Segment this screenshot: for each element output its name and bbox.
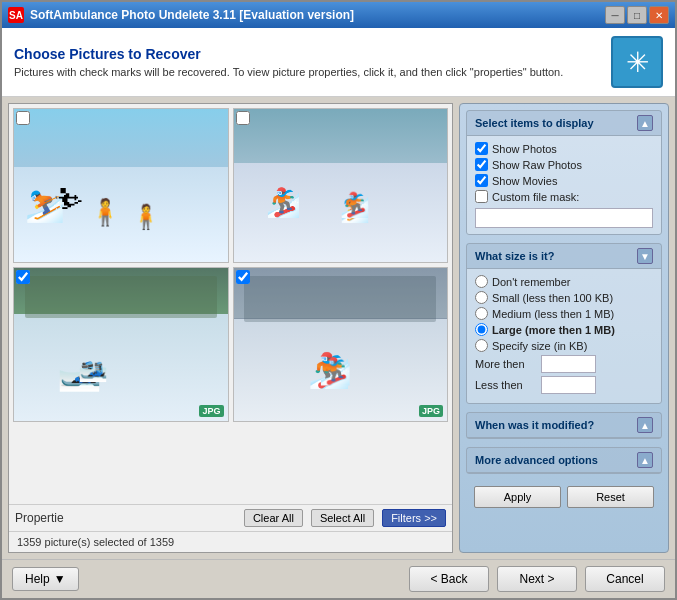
- less-then-input[interactable]: [541, 376, 596, 394]
- photo-cell-4[interactable]: JPG 🏂: [233, 267, 449, 422]
- size-option-4: Large (more then 1 MB): [475, 323, 653, 336]
- apply-button[interactable]: Apply: [474, 486, 561, 508]
- cancel-button[interactable]: Cancel: [585, 566, 665, 592]
- display-collapse-button[interactable]: ▲: [637, 115, 653, 131]
- less-then-group: Less then: [475, 376, 653, 394]
- photo-badge-4: JPG: [419, 405, 443, 417]
- photo-bottom-bar: Propertie Clear All Select All Filters >…: [9, 504, 452, 531]
- minimize-button[interactable]: ─: [605, 6, 625, 24]
- help-label: Help: [25, 572, 50, 586]
- show-raw-checkbox[interactable]: [475, 158, 488, 171]
- window-title: SoftAmbulance Photo Undelete 3.11 [Evalu…: [30, 8, 354, 22]
- page-description: Pictures with check marks will be recove…: [14, 66, 611, 78]
- help-dropdown-icon: ▼: [54, 572, 66, 586]
- show-movies-label: Show Movies: [492, 175, 557, 187]
- size-collapse-button[interactable]: ▼: [637, 248, 653, 264]
- photo-cell-1[interactable]: ⛷️ 🧍 🧍: [13, 108, 229, 263]
- app-icon: SA: [8, 7, 24, 23]
- show-photos-label: Show Photos: [492, 143, 557, 155]
- size-section-content: Don't remember Small (less then 100 KB) …: [467, 269, 661, 403]
- page-title: Choose Pictures to Recover: [14, 46, 611, 62]
- photo-image-2: 🏂 ⛷️: [234, 109, 448, 262]
- size-label-5: Specify size (in KB): [492, 340, 587, 352]
- show-photos-row: Show Photos: [475, 142, 653, 155]
- help-button[interactable]: Help ▼: [12, 567, 79, 591]
- advanced-section-title: More advanced options: [475, 454, 598, 466]
- logo-icon: ✳: [626, 46, 649, 79]
- modified-collapse-button[interactable]: ▲: [637, 417, 653, 433]
- photo-image-3: 🎿: [14, 268, 228, 421]
- clear-all-button[interactable]: Clear All: [244, 509, 303, 527]
- back-button[interactable]: < Back: [409, 566, 489, 592]
- filters-button[interactable]: Filters >>: [382, 509, 446, 527]
- more-then-label: More then: [475, 358, 535, 370]
- size-label-2: Small (less then 100 KB): [492, 292, 613, 304]
- less-then-label: Less then: [475, 379, 535, 391]
- reset-button[interactable]: Reset: [567, 486, 654, 508]
- property-label: Propertie: [15, 511, 236, 525]
- size-radio-3[interactable]: [475, 307, 488, 320]
- advanced-collapse-button[interactable]: ▲: [637, 452, 653, 468]
- photo-panel: ⛷️ 🧍 🧍 🏂 ⛷️: [8, 103, 453, 553]
- footer: Help ▼ < Back Next > Cancel: [2, 559, 675, 598]
- titlebar: SA SoftAmbulance Photo Undelete 3.11 [Ev…: [2, 2, 675, 28]
- size-option-2: Small (less then 100 KB): [475, 291, 653, 304]
- page-header: Choose Pictures to Recover Pictures with…: [2, 28, 675, 97]
- photo-checkbox-2[interactable]: [236, 111, 250, 125]
- modified-section-title: When was it modified?: [475, 419, 594, 431]
- photo-checkbox-1[interactable]: [16, 111, 30, 125]
- display-section-header: Select items to display ▲: [467, 111, 661, 136]
- photo-badge-3: JPG: [199, 405, 223, 417]
- select-all-button[interactable]: Select All: [311, 509, 374, 527]
- size-section: What size is it? ▼ Don't remember Small …: [466, 243, 662, 404]
- size-section-header: What size is it? ▼: [467, 244, 661, 269]
- more-then-input[interactable]: [541, 355, 596, 373]
- size-label-3: Medium (less then 1 MB): [492, 308, 614, 320]
- size-option-1: Don't remember: [475, 275, 653, 288]
- photo-grid-container[interactable]: ⛷️ 🧍 🧍 🏂 ⛷️: [9, 104, 452, 504]
- close-button[interactable]: ✕: [649, 6, 669, 24]
- status-bar: 1359 picture(s) selected of 1359: [9, 531, 452, 552]
- status-text: 1359 picture(s) selected of 1359: [17, 536, 174, 548]
- size-radio-4[interactable]: [475, 323, 488, 336]
- main-content: ⛷️ 🧍 🧍 🏂 ⛷️: [2, 97, 675, 559]
- display-section-title: Select items to display: [475, 117, 594, 129]
- photo-cell-3[interactable]: JPG 🎿: [13, 267, 229, 422]
- more-then-group: More then: [475, 355, 653, 373]
- next-button[interactable]: Next >: [497, 566, 577, 592]
- photo-checkbox-4[interactable]: [236, 270, 250, 284]
- photo-grid: ⛷️ 🧍 🧍 🏂 ⛷️: [13, 108, 448, 422]
- modified-section: When was it modified? ▲: [466, 412, 662, 439]
- custom-mask-checkbox[interactable]: [475, 190, 488, 203]
- size-radio-5[interactable]: [475, 339, 488, 352]
- window-controls: ─ □ ✕: [605, 6, 669, 24]
- size-label-4: Large (more then 1 MB): [492, 324, 615, 336]
- show-movies-row: Show Movies: [475, 174, 653, 187]
- size-option-5: Specify size (in KB): [475, 339, 653, 352]
- size-option-3: Medium (less then 1 MB): [475, 307, 653, 320]
- show-raw-row: Show Raw Photos: [475, 158, 653, 171]
- custom-mask-input[interactable]: [475, 208, 653, 228]
- photo-checkbox-3[interactable]: [16, 270, 30, 284]
- size-section-title: What size is it?: [475, 250, 554, 262]
- right-panel: Select items to display ▲ Show Photos Sh…: [459, 103, 669, 553]
- photo-image-4: 🏂: [234, 268, 448, 421]
- photo-cell-2[interactable]: 🏂 ⛷️: [233, 108, 449, 263]
- show-raw-label: Show Raw Photos: [492, 159, 582, 171]
- show-movies-checkbox[interactable]: [475, 174, 488, 187]
- app-logo: ✳: [611, 36, 663, 88]
- modified-section-header: When was it modified? ▲: [467, 413, 661, 438]
- size-radio-1[interactable]: [475, 275, 488, 288]
- photo-image-1: ⛷️ 🧍 🧍: [14, 109, 228, 262]
- advanced-section: More advanced options ▲: [466, 447, 662, 474]
- size-label-1: Don't remember: [492, 276, 571, 288]
- display-section-content: Show Photos Show Raw Photos Show Movies …: [467, 136, 661, 234]
- custom-mask-row: Custom file mask:: [475, 190, 653, 203]
- size-radio-2[interactable]: [475, 291, 488, 304]
- custom-mask-label: Custom file mask:: [492, 191, 579, 203]
- maximize-button[interactable]: □: [627, 6, 647, 24]
- display-section: Select items to display ▲ Show Photos Sh…: [466, 110, 662, 235]
- apply-reset-row: Apply Reset: [466, 482, 662, 516]
- show-photos-checkbox[interactable]: [475, 142, 488, 155]
- main-window: SA SoftAmbulance Photo Undelete 3.11 [Ev…: [0, 0, 677, 600]
